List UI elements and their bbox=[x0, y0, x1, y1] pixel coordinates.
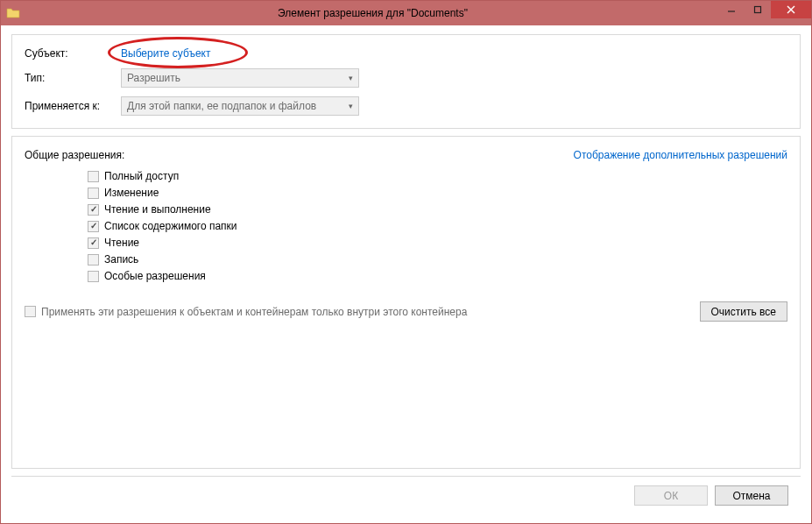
type-label: Тип: bbox=[25, 72, 121, 84]
content-area: Субъект: Выберите субъект Тип: Разрешить… bbox=[1, 25, 811, 523]
clear-all-button[interactable]: Очистить все bbox=[700, 301, 787, 322]
footer: ОК Отмена bbox=[11, 476, 801, 514]
window-controls bbox=[718, 1, 811, 25]
subject-label: Субъект: bbox=[25, 47, 121, 60]
permission-item: ✓Чтение bbox=[88, 237, 787, 249]
check-icon: ✓ bbox=[90, 205, 97, 214]
chevron-down-icon: ▾ bbox=[349, 74, 353, 82]
permission-item: Изменение bbox=[88, 187, 787, 199]
maximize-button[interactable] bbox=[745, 1, 771, 18]
permission-item: Запись bbox=[88, 253, 787, 266]
applies-label: Применяется к: bbox=[25, 100, 121, 112]
check-icon: ✓ bbox=[90, 222, 97, 230]
inherit-checkbox[interactable] bbox=[25, 306, 36, 317]
titlebar: Элемент разрешения для "Documents" bbox=[1, 1, 811, 25]
permissions-header: Общие разрешения: Отображение дополнител… bbox=[25, 149, 787, 161]
folder-icon bbox=[6, 6, 20, 20]
permission-item: ✓Список содержимого папки bbox=[88, 220, 787, 232]
permission-label: Изменение bbox=[104, 187, 159, 199]
permissions-title: Общие разрешения: bbox=[25, 149, 124, 161]
permission-checkbox[interactable] bbox=[88, 171, 99, 182]
bottom-row: Применять эти разрешения к объектам и ко… bbox=[25, 301, 787, 322]
applies-combo[interactable]: Для этой папки, ее подпапок и файлов ▾ bbox=[121, 96, 359, 116]
permission-checkbox[interactable] bbox=[88, 271, 99, 282]
permissions-list: Полный доступИзменение✓Чтение и выполнен… bbox=[88, 170, 787, 282]
applies-value: Для этой папки, ее подпапок и файлов bbox=[127, 100, 316, 112]
permission-label: Запись bbox=[104, 253, 138, 266]
permission-checkbox[interactable]: ✓ bbox=[88, 204, 99, 216]
inherit-row: Применять эти разрешения к объектам и ко… bbox=[25, 306, 467, 318]
permission-item: ✓Чтение и выполнение bbox=[88, 203, 787, 216]
permission-label: Список содержимого папки bbox=[104, 220, 237, 232]
permission-label: Чтение и выполнение bbox=[104, 203, 211, 216]
select-subject-link[interactable]: Выберите субъект bbox=[121, 47, 210, 60]
type-combo[interactable]: Разрешить ▾ bbox=[121, 68, 359, 88]
permission-entry-window: Элемент разрешения для "Documents" Субъе… bbox=[0, 0, 812, 524]
type-value: Разрешить bbox=[127, 72, 180, 84]
permission-checkbox[interactable]: ✓ bbox=[88, 237, 99, 249]
window-title: Элемент разрешения для "Documents" bbox=[27, 7, 718, 19]
permission-checkbox[interactable]: ✓ bbox=[88, 221, 99, 232]
ok-button[interactable]: ОК bbox=[634, 485, 708, 506]
svg-rect-1 bbox=[755, 7, 761, 13]
permission-label: Чтение bbox=[104, 237, 139, 249]
minimize-button[interactable] bbox=[718, 1, 745, 18]
subject-panel: Субъект: Выберите субъект Тип: Разрешить… bbox=[11, 34, 801, 129]
permissions-panel: Общие разрешения: Отображение дополнител… bbox=[11, 136, 801, 469]
applies-row: Применяется к: Для этой папки, ее подпап… bbox=[25, 96, 787, 116]
subject-row: Субъект: Выберите субъект bbox=[25, 47, 787, 60]
permission-checkbox[interactable] bbox=[88, 254, 99, 266]
permission-checkbox[interactable] bbox=[88, 188, 99, 199]
close-button[interactable] bbox=[771, 1, 811, 18]
chevron-down-icon: ▾ bbox=[349, 102, 353, 110]
cancel-button[interactable]: Отмена bbox=[715, 485, 788, 506]
check-icon: ✓ bbox=[90, 238, 97, 247]
permission-item: Полный доступ bbox=[88, 170, 787, 182]
permission-label: Полный доступ bbox=[104, 170, 179, 182]
show-advanced-link[interactable]: Отображение дополнительных разрешений bbox=[574, 149, 787, 161]
permission-item: Особые разрешения bbox=[88, 270, 787, 282]
type-row: Тип: Разрешить ▾ bbox=[25, 68, 787, 88]
inherit-label: Применять эти разрешения к объектам и ко… bbox=[41, 306, 467, 318]
permission-label: Особые разрешения bbox=[104, 270, 206, 282]
